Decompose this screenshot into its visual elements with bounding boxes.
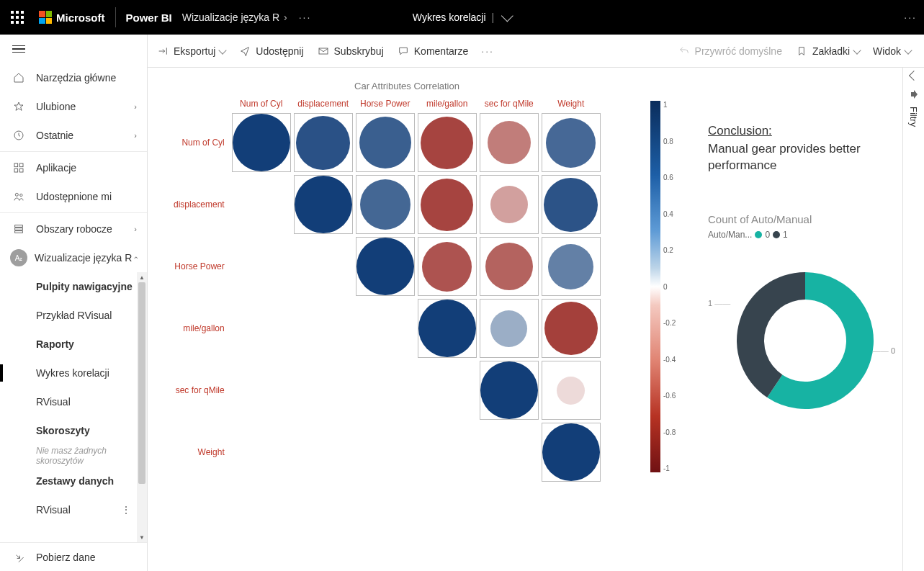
report-actionbar: Eksportuj Udostępnij Subskrybuj Komentar… bbox=[148, 35, 924, 68]
visual-correlation-plot[interactable]: Car Attributes Correlation Num of Cyldis… bbox=[169, 81, 645, 571]
conclusion-text: Manual gear provides better performance bbox=[708, 141, 924, 174]
corr-cell bbox=[542, 423, 601, 482]
correlation-plot-title: Car Attributes Correlation bbox=[169, 81, 645, 91]
tree-item-dashboard[interactable]: Przykład RVisual bbox=[10, 301, 147, 330]
chevron-left-icon[interactable] bbox=[908, 71, 918, 81]
tree-heading-workbooks[interactable]: Skoroszyty bbox=[10, 416, 147, 445]
nav-toggle-button[interactable] bbox=[0, 35, 147, 63]
legend-field-label: Auto/Man... bbox=[708, 230, 752, 240]
svg-rect-2 bbox=[19, 163, 23, 167]
nav-separator bbox=[0, 151, 147, 152]
colorbar-gradient bbox=[650, 101, 660, 472]
scroll-thumb[interactable] bbox=[138, 282, 145, 484]
view-label: Widok bbox=[873, 45, 901, 57]
report-canvas: Car Attributes Correlation Num of Cyldis… bbox=[148, 68, 924, 571]
corr-cell bbox=[542, 299, 601, 358]
share-label: Udostępnij bbox=[256, 45, 303, 57]
nav-get-data[interactable]: Pobierz dane bbox=[0, 542, 147, 571]
tree-item-dataset[interactable]: RVisual ⋮ bbox=[10, 495, 147, 524]
corr-cell bbox=[418, 113, 477, 172]
main-area: Eksportuj Udostępnij Subskrybuj Komentar… bbox=[148, 35, 924, 571]
corr-cell bbox=[418, 299, 477, 358]
corr-cell bbox=[356, 175, 415, 234]
nav-separator bbox=[0, 212, 147, 213]
nav-shared-label: Udostępnione mi bbox=[36, 191, 137, 202]
corr-cell bbox=[294, 113, 353, 172]
app-launcher-button[interactable] bbox=[4, 4, 30, 30]
comments-button[interactable]: Komentarze bbox=[397, 45, 468, 58]
microsoft-wordmark: Microsoft bbox=[56, 12, 105, 24]
legend-dot-1-icon bbox=[773, 231, 780, 238]
nav-recent[interactable]: Ostatnie › bbox=[0, 121, 147, 150]
nav-apps[interactable]: Aplikacje bbox=[0, 153, 147, 182]
legend-dot-0-icon bbox=[755, 231, 762, 238]
subscribe-label: Subskrybuj bbox=[334, 45, 384, 57]
view-button[interactable]: Widok bbox=[873, 45, 911, 57]
filters-label: Filtry bbox=[908, 107, 919, 127]
scroll-down-icon[interactable]: ▼ bbox=[137, 532, 147, 542]
corr-cell bbox=[480, 299, 539, 358]
tree-heading-reports[interactable]: Raporty bbox=[10, 330, 147, 359]
subscribe-button[interactable]: Subskrybuj bbox=[317, 45, 384, 58]
corr-col-header: Num of Cyl bbox=[230, 96, 292, 112]
tree-heading-dashboards[interactable]: Pulpity nawigacyjne bbox=[10, 272, 147, 301]
svg-point-5 bbox=[15, 193, 18, 196]
svg-rect-8 bbox=[15, 228, 23, 230]
chevron-right-icon: › bbox=[134, 225, 137, 233]
corr-col-header: Horse Power bbox=[354, 96, 416, 112]
share-button[interactable]: Udostępnij bbox=[238, 45, 303, 58]
nav-workspaces[interactable]: Obszary robocze › bbox=[0, 215, 147, 243]
visual-donut-chart[interactable]: ―― 0 1 ―― bbox=[708, 254, 895, 427]
report-title-dropdown[interactable]: Wykres korelacji | bbox=[413, 12, 511, 23]
title-separator: | bbox=[492, 12, 495, 23]
corr-cell bbox=[542, 175, 601, 234]
home-icon bbox=[10, 72, 27, 84]
divider bbox=[115, 7, 116, 27]
scroll-up-icon[interactable]: ▲ bbox=[137, 272, 147, 282]
donut-slice[interactable] bbox=[737, 272, 805, 397]
donut-slice-0-label: ―― 0 bbox=[873, 346, 895, 355]
undo-icon bbox=[678, 45, 691, 58]
svg-rect-7 bbox=[15, 225, 23, 228]
corr-col-header: mile/gallon bbox=[416, 96, 478, 112]
corr-row-header: mile/gallon bbox=[169, 297, 230, 359]
corr-cell bbox=[418, 175, 477, 234]
svg-rect-9 bbox=[15, 231, 23, 233]
chevron-right-icon: › bbox=[134, 131, 137, 140]
corr-cell bbox=[542, 361, 601, 420]
nav-home[interactable]: Narzędzia główne bbox=[0, 63, 147, 92]
bookmarks-button[interactable]: Zakładki bbox=[795, 45, 860, 58]
left-navigation: Narzędzia główne Ulubione › Ostatnie › A… bbox=[0, 35, 148, 571]
hamburger-icon bbox=[12, 45, 25, 53]
tree-empty-workbooks: Nie masz żadnych skoroszytów bbox=[10, 445, 147, 467]
tree-item-report[interactable]: RVisual bbox=[10, 387, 147, 416]
more-vertical-icon[interactable]: ⋮ bbox=[121, 504, 131, 516]
conclusion-panel: Conclusion: Manual gear provides better … bbox=[708, 81, 924, 571]
corr-cell bbox=[480, 113, 539, 172]
nav-favorites[interactable]: Ulubione › bbox=[0, 92, 147, 121]
svg-rect-1 bbox=[14, 163, 18, 167]
corr-cell bbox=[480, 361, 539, 420]
chevron-down-icon bbox=[904, 46, 912, 54]
chevron-right-icon: › bbox=[134, 102, 137, 111]
reset-button[interactable]: Przywróć domyślne bbox=[678, 45, 782, 58]
breadcrumb-more-button[interactable]: ··· bbox=[299, 12, 312, 23]
corr-row-header: displacement bbox=[169, 174, 230, 235]
workspace-tree: Pulpity nawigacyjne Przykład RVisual Rap… bbox=[0, 272, 147, 542]
nav-shared[interactable]: Udostępnione mi bbox=[0, 182, 147, 211]
chevron-right-icon: › bbox=[284, 12, 287, 23]
tree-item-report-active[interactable]: Wykres korelacji bbox=[10, 359, 147, 387]
nav-current-workspace[interactable]: A₂ Wizualizacje języka R › bbox=[0, 243, 147, 272]
tree-heading-datasets[interactable]: Zestawy danych bbox=[10, 467, 147, 495]
filters-pane-collapsed[interactable]: Filtry bbox=[902, 68, 924, 571]
breadcrumb-workspace[interactable]: Wizualizacje języka R bbox=[182, 12, 279, 23]
export-button[interactable]: Eksportuj bbox=[156, 45, 225, 58]
legend-0-label: 0 bbox=[765, 230, 770, 240]
header-more-button[interactable]: ··· bbox=[904, 12, 917, 23]
tree-scrollbar[interactable]: ▲ ▼ bbox=[137, 272, 147, 542]
actionbar-more-button[interactable]: ··· bbox=[481, 45, 494, 57]
corr-row-header: Num of Cyl bbox=[169, 112, 230, 174]
microsoft-icon bbox=[39, 11, 52, 24]
comment-icon bbox=[397, 45, 410, 58]
mail-icon bbox=[317, 45, 330, 58]
